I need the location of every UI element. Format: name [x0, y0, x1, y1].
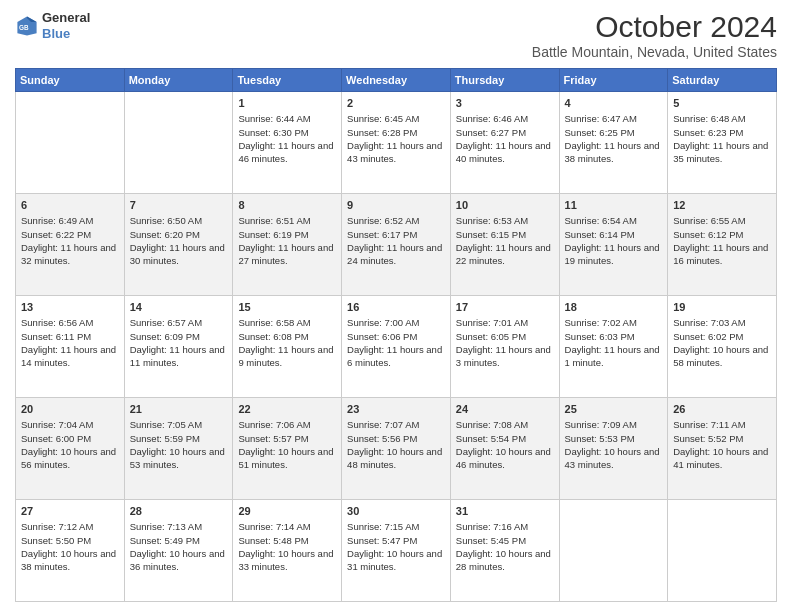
calendar-cell: 29Sunrise: 7:14 AMSunset: 5:48 PMDayligh… — [233, 500, 342, 602]
sunset: Sunset: 6:05 PM — [456, 331, 526, 342]
day-number: 9 — [347, 198, 445, 213]
day-number: 25 — [565, 402, 663, 417]
daylight: Daylight: 10 hours and 28 minutes. — [456, 548, 551, 572]
calendar-cell: 23Sunrise: 7:07 AMSunset: 5:56 PMDayligh… — [342, 398, 451, 500]
daylight: Daylight: 11 hours and 40 minutes. — [456, 140, 551, 164]
sunrise: Sunrise: 6:54 AM — [565, 215, 637, 226]
calendar-cell — [559, 500, 668, 602]
day-number: 26 — [673, 402, 771, 417]
calendar-cell: 6Sunrise: 6:49 AMSunset: 6:22 PMDaylight… — [16, 194, 125, 296]
sunrise: Sunrise: 6:47 AM — [565, 113, 637, 124]
daylight: Daylight: 11 hours and 43 minutes. — [347, 140, 442, 164]
week-row-1: 6Sunrise: 6:49 AMSunset: 6:22 PMDaylight… — [16, 194, 777, 296]
svg-text:GB: GB — [19, 24, 29, 31]
daylight: Daylight: 11 hours and 35 minutes. — [673, 140, 768, 164]
calendar-cell: 20Sunrise: 7:04 AMSunset: 6:00 PMDayligh… — [16, 398, 125, 500]
day-header-saturday: Saturday — [668, 69, 777, 92]
calendar-cell: 31Sunrise: 7:16 AMSunset: 5:45 PMDayligh… — [450, 500, 559, 602]
daylight: Daylight: 10 hours and 56 minutes. — [21, 446, 116, 470]
sunrise: Sunrise: 7:08 AM — [456, 419, 528, 430]
sunrise: Sunrise: 7:12 AM — [21, 521, 93, 532]
calendar-cell — [16, 92, 125, 194]
sunset: Sunset: 5:49 PM — [130, 535, 200, 546]
day-number: 4 — [565, 96, 663, 111]
calendar-cell: 12Sunrise: 6:55 AMSunset: 6:12 PMDayligh… — [668, 194, 777, 296]
daylight: Daylight: 10 hours and 31 minutes. — [347, 548, 442, 572]
sunset: Sunset: 6:28 PM — [347, 127, 417, 138]
sunrise: Sunrise: 7:05 AM — [130, 419, 202, 430]
sunset: Sunset: 6:20 PM — [130, 229, 200, 240]
day-header-friday: Friday — [559, 69, 668, 92]
sunset: Sunset: 6:14 PM — [565, 229, 635, 240]
calendar-cell: 14Sunrise: 6:57 AMSunset: 6:09 PMDayligh… — [124, 296, 233, 398]
day-number: 13 — [21, 300, 119, 315]
sunset: Sunset: 6:17 PM — [347, 229, 417, 240]
daylight: Daylight: 11 hours and 27 minutes. — [238, 242, 333, 266]
daylight: Daylight: 10 hours and 43 minutes. — [565, 446, 660, 470]
calendar-cell: 8Sunrise: 6:51 AMSunset: 6:19 PMDaylight… — [233, 194, 342, 296]
calendar-cell: 5Sunrise: 6:48 AMSunset: 6:23 PMDaylight… — [668, 92, 777, 194]
daylight: Daylight: 11 hours and 32 minutes. — [21, 242, 116, 266]
title-block: October 2024 Battle Mountain, Nevada, Un… — [532, 10, 777, 60]
day-header-thursday: Thursday — [450, 69, 559, 92]
header-row: SundayMondayTuesdayWednesdayThursdayFrid… — [16, 69, 777, 92]
daylight: Daylight: 10 hours and 46 minutes. — [456, 446, 551, 470]
calendar-cell: 11Sunrise: 6:54 AMSunset: 6:14 PMDayligh… — [559, 194, 668, 296]
calendar-cell: 10Sunrise: 6:53 AMSunset: 6:15 PMDayligh… — [450, 194, 559, 296]
week-row-4: 27Sunrise: 7:12 AMSunset: 5:50 PMDayligh… — [16, 500, 777, 602]
daylight: Daylight: 11 hours and 3 minutes. — [456, 344, 551, 368]
day-number: 24 — [456, 402, 554, 417]
sunrise: Sunrise: 7:03 AM — [673, 317, 745, 328]
day-number: 23 — [347, 402, 445, 417]
day-number: 15 — [238, 300, 336, 315]
calendar-cell: 22Sunrise: 7:06 AMSunset: 5:57 PMDayligh… — [233, 398, 342, 500]
daylight: Daylight: 10 hours and 58 minutes. — [673, 344, 768, 368]
sunset: Sunset: 5:48 PM — [238, 535, 308, 546]
daylight: Daylight: 10 hours and 33 minutes. — [238, 548, 333, 572]
sunrise: Sunrise: 7:01 AM — [456, 317, 528, 328]
sunset: Sunset: 6:22 PM — [21, 229, 91, 240]
daylight: Daylight: 11 hours and 9 minutes. — [238, 344, 333, 368]
sunrise: Sunrise: 6:46 AM — [456, 113, 528, 124]
daylight: Daylight: 10 hours and 41 minutes. — [673, 446, 768, 470]
sunrise: Sunrise: 7:04 AM — [21, 419, 93, 430]
sunset: Sunset: 6:11 PM — [21, 331, 91, 342]
day-number: 3 — [456, 96, 554, 111]
day-number: 7 — [130, 198, 228, 213]
sunset: Sunset: 6:15 PM — [456, 229, 526, 240]
sunrise: Sunrise: 6:52 AM — [347, 215, 419, 226]
day-number: 21 — [130, 402, 228, 417]
sunset: Sunset: 6:25 PM — [565, 127, 635, 138]
day-number: 22 — [238, 402, 336, 417]
day-header-sunday: Sunday — [16, 69, 125, 92]
day-number: 27 — [21, 504, 119, 519]
daylight: Daylight: 10 hours and 51 minutes. — [238, 446, 333, 470]
sunset: Sunset: 5:52 PM — [673, 433, 743, 444]
sunrise: Sunrise: 6:49 AM — [21, 215, 93, 226]
calendar-cell — [668, 500, 777, 602]
sunrise: Sunrise: 6:44 AM — [238, 113, 310, 124]
calendar-cell: 24Sunrise: 7:08 AMSunset: 5:54 PMDayligh… — [450, 398, 559, 500]
week-row-0: 1Sunrise: 6:44 AMSunset: 6:30 PMDaylight… — [16, 92, 777, 194]
day-number: 20 — [21, 402, 119, 417]
sunrise: Sunrise: 7:07 AM — [347, 419, 419, 430]
calendar-cell: 28Sunrise: 7:13 AMSunset: 5:49 PMDayligh… — [124, 500, 233, 602]
page: GB General Blue October 2024 Battle Moun… — [0, 0, 792, 612]
day-number: 10 — [456, 198, 554, 213]
sunset: Sunset: 5:45 PM — [456, 535, 526, 546]
calendar-cell: 19Sunrise: 7:03 AMSunset: 6:02 PMDayligh… — [668, 296, 777, 398]
calendar-cell: 26Sunrise: 7:11 AMSunset: 5:52 PMDayligh… — [668, 398, 777, 500]
sunset: Sunset: 6:00 PM — [21, 433, 91, 444]
daylight: Daylight: 11 hours and 46 minutes. — [238, 140, 333, 164]
daylight: Daylight: 11 hours and 30 minutes. — [130, 242, 225, 266]
sunrise: Sunrise: 6:48 AM — [673, 113, 745, 124]
calendar: SundayMondayTuesdayWednesdayThursdayFrid… — [15, 68, 777, 602]
day-header-wednesday: Wednesday — [342, 69, 451, 92]
sunrise: Sunrise: 7:13 AM — [130, 521, 202, 532]
day-number: 29 — [238, 504, 336, 519]
sunrise: Sunrise: 7:16 AM — [456, 521, 528, 532]
daylight: Daylight: 10 hours and 48 minutes. — [347, 446, 442, 470]
sunset: Sunset: 6:02 PM — [673, 331, 743, 342]
logo: GB General Blue — [15, 10, 90, 41]
day-number: 11 — [565, 198, 663, 213]
